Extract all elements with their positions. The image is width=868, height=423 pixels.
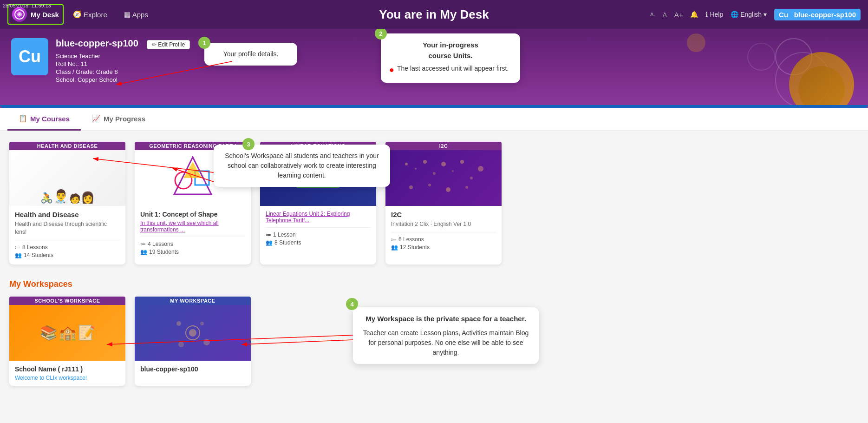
workspace-name-my: blue-copper-sp100 <box>140 365 245 373</box>
course-lessons-geometry: ≔4 Lessons <box>140 241 245 247</box>
course-body-geometry: Unit 1: Concept of Shape In this unit, w… <box>135 206 251 261</box>
course-students-i2c: 👥12 Students <box>391 244 496 251</box>
user-initials: Cu <box>779 11 788 19</box>
workspace-name-school: School Name ( rJ111 ) <box>15 365 120 373</box>
profile-roll: Roll No.: 11 <box>56 60 190 67</box>
help-label: Help <box>710 11 723 18</box>
svg-point-24 <box>176 321 181 326</box>
workspace-image-my <box>135 305 251 361</box>
svg-point-15 <box>460 160 464 164</box>
workspace-desc-school: Welcome to CLIx workspace! <box>15 375 120 381</box>
user-name: blue-copper-sp100 <box>794 11 856 19</box>
profile-class: Class / Grade: Grade 8 <box>56 68 190 75</box>
apps-link[interactable]: ▦ Apps <box>120 8 152 20</box>
svg-point-9 <box>405 163 408 165</box>
callout-4-tooltip: My Workspace is the private space for a … <box>353 307 539 364</box>
explore-label: Explore <box>84 11 107 19</box>
callout-2-tooltip: Your in-progresscourse Units. ● The last… <box>381 33 520 83</box>
course-body-health: Health and Disease Health and Disease th… <box>9 206 125 264</box>
bell-icon: 🔔 <box>690 11 698 18</box>
svg-point-27 <box>178 342 184 347</box>
explore-link[interactable]: 🧭 Explore <box>69 8 111 20</box>
course-unit-desc-linear: Linear Equations Unit 2: Exploring Telep… <box>266 211 371 224</box>
course-unit-title-geometry: Unit 1: Concept of Shape <box>140 211 245 218</box>
profile-school: School: Copper School <box>56 76 190 83</box>
info-icon: ℹ <box>705 11 708 18</box>
svg-point-16 <box>470 177 473 179</box>
callout-4-title: My Workspace is the private space for a … <box>361 314 530 324</box>
course-students-geometry: 👥19 Students <box>140 249 245 255</box>
timestamp: 28/05/2018, 11:59:13 <box>3 3 51 8</box>
workspace-card-my[interactable]: MY WORKSPACE blue-copper-sp100 <box>135 297 251 386</box>
workspace-image-school: 📚🏫📝 <box>9 305 125 361</box>
course-lessons-i2c: ≔6 Lessons <box>391 236 496 243</box>
course-desc-health: Health and Disease through scientific le… <box>15 220 120 236</box>
main-content: HEALTH AND DISEASE 🚴 👨‍⚕️ 🧑 👩 Health and… <box>0 131 868 397</box>
chevron-down-icon: ▾ <box>764 11 767 18</box>
help-button[interactable]: ℹ Help <box>705 11 723 18</box>
tab-my-courses[interactable]: 📋 My Courses <box>7 108 81 131</box>
workspace-body-school: School Name ( rJ111 ) Welcome to CLIx wo… <box>9 361 125 386</box>
tab-my-progress[interactable]: 📈 My Progress <box>81 108 157 131</box>
course-unit-desc-geometry: In this unit, we will see which all tran… <box>140 220 245 233</box>
my-desk-label: My Desk <box>31 11 59 19</box>
workspace-body-my: blue-copper-sp100 <box>135 361 251 379</box>
course-tag-i2c: I2C <box>385 142 502 150</box>
svg-point-18 <box>428 184 431 186</box>
workspace-card-school[interactable]: SCHOOL'S WORKSPACE 📚🏫📝 School Name ( rJ1… <box>9 297 125 386</box>
courses-tab-icon: 📋 <box>19 114 27 123</box>
svg-point-23 <box>189 329 196 337</box>
progress-tab-label: My Progress <box>104 115 145 123</box>
svg-point-13 <box>441 162 446 166</box>
callout-3-tooltip: School's Workspace all students and teac… <box>214 145 390 187</box>
step-3-badge: 3 <box>242 138 255 150</box>
svg-point-17 <box>409 185 413 189</box>
workspace-tag-school: SCHOOL'S WORKSPACE <box>9 297 125 305</box>
step-4-badge: 4 <box>346 298 358 310</box>
center-title: You are in My Desk <box>379 7 489 22</box>
course-card-i2c[interactable]: I2C <box>385 142 502 264</box>
globe-icon: 🌐 <box>731 11 738 18</box>
svg-point-25 <box>203 339 210 345</box>
svg-point-12 <box>433 172 436 175</box>
course-title-i2c: I2C <box>391 211 496 218</box>
font-normal[interactable]: A <box>663 11 667 18</box>
avatar: Cu <box>11 38 48 75</box>
language-selector[interactable]: 🌐 English ▾ <box>731 11 767 18</box>
svg-point-26 <box>200 322 204 325</box>
nav-links: 🧭 Explore ▦ Apps <box>69 8 152 20</box>
bell-button[interactable]: 🔔 <box>690 11 698 18</box>
course-card-health[interactable]: HEALTH AND DISEASE 🚴 👨‍⚕️ 🧑 👩 Health and… <box>9 142 125 264</box>
font-small[interactable]: A- <box>650 12 655 17</box>
edit-profile-button[interactable]: ✏ Edit Profile <box>147 40 190 49</box>
svg-point-21 <box>478 166 483 172</box>
right-controls: A- A A+ 🔔 ℹ Help 🌐 English ▾ Cu blue-cop… <box>650 9 861 20</box>
course-tag-health: HEALTH AND DISEASE <box>9 142 125 150</box>
user-badge[interactable]: Cu blue-copper-sp100 <box>774 9 861 20</box>
course-desc-i2c: Invitation 2 Clix · English Ver 1.0 <box>391 220 496 228</box>
profile-section: Cu blue-copper-sp100 ✏ Edit Profile Scie… <box>0 29 868 108</box>
course-students-health: 👥14 Students <box>15 252 120 258</box>
course-lessons-linear: ≔1 Lesson <box>266 231 371 238</box>
workspaces-title: My Workspaces <box>9 279 859 289</box>
apps-icon: ▦ <box>124 10 131 19</box>
course-image-health: 🚴 👨‍⚕️ 🧑 👩 <box>9 150 125 206</box>
progress-tab-icon: 📈 <box>92 114 101 123</box>
language-label: English <box>740 11 762 18</box>
workspace-tag-my: MY WORKSPACE <box>135 297 251 305</box>
top-bar: 28/05/2018, 11:59:13 My Desk 🧭 Explore ▦… <box>0 0 868 29</box>
course-image-i2c <box>385 150 502 206</box>
logo-icon <box>12 7 27 22</box>
course-body-linear: Linear Equations Unit 2: Exploring Telep… <box>260 206 376 252</box>
explore-icon: 🧭 <box>73 10 82 19</box>
svg-point-2 <box>19 13 20 15</box>
profile-role: Science Teacher <box>56 53 190 59</box>
apps-label: Apps <box>132 11 148 19</box>
svg-point-11 <box>423 160 427 164</box>
font-large[interactable]: A+ <box>674 11 683 19</box>
profile-info: blue-copper-sp100 ✏ Edit Profile Science… <box>56 38 190 84</box>
courses-row: HEALTH AND DISEASE 🚴 👨‍⚕️ 🧑 👩 Health and… <box>9 142 859 264</box>
tabs-bar: 📋 My Courses 📈 My Progress <box>0 108 868 131</box>
course-body-i2c: I2C Invitation 2 Clix · English Ver 1.0 … <box>385 206 502 257</box>
svg-point-14 <box>452 170 454 172</box>
